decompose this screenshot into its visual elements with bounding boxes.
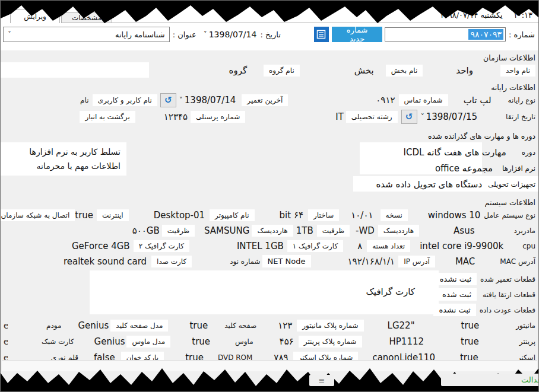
- modem-label: مودم: [46, 321, 61, 330]
- architecture-value: ۶۴ bit: [280, 210, 303, 221]
- clipped-value: e: [4, 321, 8, 330]
- chevron-down-icon[interactable]: ˅: [179, 97, 183, 104]
- number-input[interactable]: ۹۸۰۷۰۹۳: [385, 27, 506, 42]
- tab-specs[interactable]: مشخصات: [61, 12, 112, 23]
- sound-card-value: realtek sound card: [64, 256, 147, 267]
- printer-label: پرینتر: [519, 337, 535, 346]
- statusbar-message-text: عدالت: [521, 375, 539, 384]
- returned-parts-label: قطعات عودت داده: [480, 306, 535, 314]
- sound-card-label: کارت صدا: [151, 256, 192, 267]
- name-label: نام: [80, 96, 88, 104]
- datetime: ۱۰:۱۳ یکشنبه ۱۳۹۸/۰۷/۱۴: [440, 11, 532, 20]
- gpu2-label: کارت گرافیک ۲: [134, 240, 189, 252]
- title-combobox[interactable]: شناسنامه رایانه ˅: [3, 27, 170, 42]
- internet-label: اینترنت: [97, 209, 129, 221]
- unit-value: واحد: [456, 65, 473, 76]
- form-bottom-strip: [2, 360, 537, 371]
- returned-parts-row: قطعات عودت داده ثبت نشده: [1, 302, 538, 317]
- system-row-3: cpu intel core i9-9900k تعداد هسته ۸ کار…: [1, 238, 538, 253]
- printer-model-value: HP1112: [389, 336, 424, 347]
- toolbar: شماره : ۹۸۰۷۰۹۳ شماره جدید تاریخ : 1398/…: [3, 26, 535, 43]
- personnel-number-value: ۱۲۳۴۵: [164, 111, 188, 122]
- refresh-upgrade-date-button[interactable]: ↺: [401, 110, 417, 124]
- software-label: نرم افزارها: [502, 164, 535, 173]
- upgraded-parts-value: ثبت شده: [437, 288, 477, 301]
- number-list-button[interactable]: [314, 27, 329, 42]
- node-number-label: شماره نود: [230, 257, 260, 266]
- torn-edge-overlay: [1, 1, 539, 392]
- cpu-value: intel core i9-9900k: [420, 241, 503, 251]
- title-combobox-value: شناسنامه رایانه: [115, 30, 165, 39]
- hamburger-icon: ≡: [319, 376, 325, 385]
- computer-row-1: نوع رایانه لپ تاپ شماره تماس ۰۹۱۲ آخرین …: [1, 93, 538, 107]
- tabstrip-divider: [61, 23, 538, 23]
- list-form-icon: [316, 30, 326, 39]
- number-input-selection: ۹۸۰۷۰۹۳: [468, 29, 503, 40]
- mouse-model-value: Genius: [94, 336, 125, 347]
- computer-type-value: لپ تاپ: [464, 95, 492, 106]
- gpu1-value: INTEL 1GB: [237, 241, 284, 251]
- date-dropdown-value[interactable]: 1398/07/14: [209, 30, 257, 39]
- motherboard-value: Asus: [454, 225, 474, 236]
- returned-parts-value: ثبت نشده: [433, 304, 475, 316]
- mac-address-label: آدرس MAC: [500, 257, 535, 266]
- equipment-row: تجهیزات تحویلی دستگاه های تحویل داده شده: [1, 177, 538, 192]
- phone-value: ۰۹۱۲: [376, 95, 395, 106]
- chevron-down-icon[interactable]: ˅: [204, 31, 207, 38]
- system-row-4: آدرس MAC MAC آدرس IP ۱۹۲/۱۶۸/۱/۱ NET Nod…: [1, 254, 538, 269]
- ip-address-label: آدرس IP: [398, 256, 435, 267]
- os-value: windows 10: [428, 210, 481, 221]
- os-label: نوع سیستم عامل: [484, 211, 535, 219]
- title-label: عنوان :: [173, 30, 196, 39]
- monitor-tag-label: شماره پلاک مانیتور: [297, 320, 363, 332]
- delivered-equipment-value: دستگاه های تحویل داده شده: [376, 179, 482, 190]
- keyboard-model-label: مدل صفحه کلید: [110, 320, 168, 332]
- pc-name-label: نام کامپیوتر: [210, 209, 254, 221]
- hdd1-value: WD-: [356, 225, 375, 236]
- major-label: رشته تحصیلی: [346, 111, 398, 123]
- capacity1-value: 1TB: [296, 225, 313, 236]
- architecture-label: ساختار: [308, 209, 339, 221]
- printer-tag-value: ۴۵۶: [280, 336, 294, 347]
- keyboard-label: صفحه کلید: [224, 321, 256, 330]
- upgrade-date-value[interactable]: 1398/07/15: [426, 111, 477, 122]
- gpu1-label: کارت گرافیک ۱: [287, 240, 343, 252]
- pc-name-value: Desktop-01: [154, 210, 205, 221]
- computer-type-label: نوع رایانه: [508, 96, 535, 104]
- upgraded-parts-row: قطعات ارتقا یافته ثبت شده: [1, 287, 538, 302]
- repaired-parts-value: ثبت نشده: [435, 273, 477, 285]
- keyboard-model-value: Genius: [78, 320, 109, 331]
- org-network-note: اتصال به شبکه سازمان: [0, 209, 75, 221]
- version-value: ۱۰/۰۱: [351, 210, 373, 221]
- chevron-down-icon[interactable]: ˅: [421, 113, 424, 120]
- last-repair-label: آخرین تعمیر: [242, 94, 288, 106]
- delivered-equipment-label: تجهیزات تحویلی: [488, 180, 535, 189]
- statusbar-message: عدالت: [441, 374, 539, 386]
- cpu-label: cpu: [522, 242, 535, 250]
- new-number-button[interactable]: شماره جدید: [332, 27, 383, 42]
- section-org-header: اطلاعات سازمان: [483, 53, 535, 62]
- unit-name-label: نام واحد: [500, 65, 535, 77]
- major-value: IT: [335, 111, 344, 122]
- motherboard-label: مادربرد: [513, 227, 535, 235]
- last-repair-date-value[interactable]: 1398/07/14: [185, 95, 236, 106]
- clipped-value: e: [4, 337, 8, 346]
- user-name-label: نام کاربر و کاربری: [93, 94, 157, 106]
- personnel-number-label: شماره پرسنلی: [191, 111, 245, 123]
- return-to-storage-label: برگشت به انبار: [80, 111, 135, 123]
- clock-text: ۱۰:۱۳: [513, 11, 532, 20]
- version-label: نسخه: [381, 209, 408, 221]
- tab-edit[interactable]: ویرایش: [10, 9, 60, 23]
- hdd2-label: هارددیسک: [252, 225, 293, 237]
- mouse-model-label: مدل ماوس: [126, 336, 170, 348]
- refresh-repair-date-button[interactable]: ↺: [160, 93, 176, 107]
- software-row: نرم افزارها مجموعه office: [1, 161, 538, 176]
- computer-row-2: تاریخ ارتقا 1398/07/15 ˅ ↺ رشته تحصیلی I…: [1, 109, 538, 124]
- statusbar-menu[interactable]: ≡: [309, 375, 334, 386]
- group-name-label: نام گروه: [264, 65, 300, 77]
- section-system-header: اطلاعات سیستم: [485, 198, 535, 207]
- tab-edit-label: ویرایش: [24, 12, 46, 21]
- hdd2-value: SAMSUNG: [204, 225, 249, 236]
- chevron-down-icon: ˅: [8, 31, 11, 38]
- course-label: دوره: [522, 148, 535, 157]
